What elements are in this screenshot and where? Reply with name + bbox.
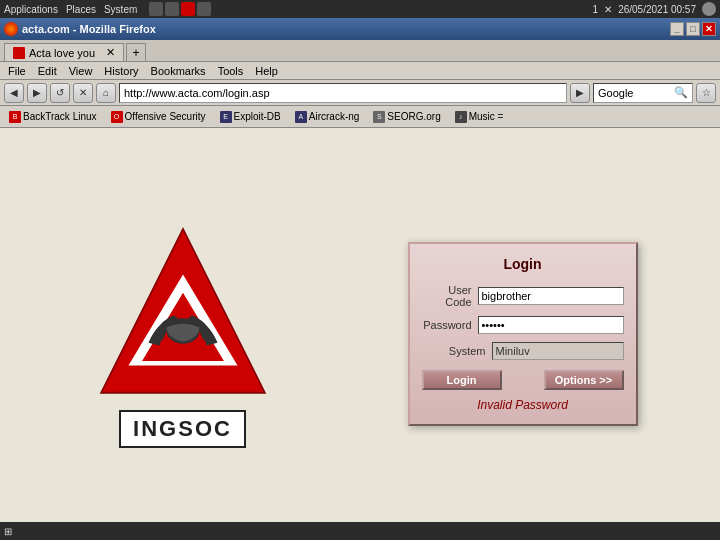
bookmark-icon-music: ♪: [455, 111, 467, 123]
close-icon: ✕: [604, 4, 612, 15]
bookmark-label-backtrack: BackTrack Linux: [23, 111, 97, 122]
bookmark-icon-offensive: O: [111, 111, 123, 123]
page-content: INGSOC Login User Code Password System M…: [0, 128, 720, 540]
maximize-button[interactable]: □: [686, 22, 700, 36]
back-button[interactable]: ◀: [4, 83, 24, 103]
resize-handle[interactable]: ⊞: [4, 526, 12, 537]
bookmark-label-aircrack: Aircrack-ng: [309, 111, 360, 122]
bookmark-label-music: Music =: [469, 111, 504, 122]
bookmark-seorg[interactable]: S SEORG.org: [368, 109, 445, 125]
bookmark-label-offensive: Offensive Security: [125, 111, 206, 122]
app-menu[interactable]: Applications: [4, 4, 58, 15]
password-input[interactable]: [478, 316, 624, 334]
menu-edit[interactable]: Edit: [32, 62, 63, 79]
search-bar[interactable]: Google 🔍: [593, 83, 693, 103]
browser-icon: [4, 22, 18, 36]
browser-tab[interactable]: Acta love you ✕: [4, 43, 124, 61]
minimize-button[interactable]: _: [670, 22, 684, 36]
home-button[interactable]: ⌂: [96, 83, 116, 103]
bookmark-aircrack[interactable]: A Aircrack-ng: [290, 109, 365, 125]
title-bar-left: acta.com - Mozilla Firefox: [4, 22, 156, 36]
bookmark-star[interactable]: ☆: [696, 83, 716, 103]
login-button[interactable]: Login: [422, 370, 502, 390]
datetime: 26/05/2021 00:57: [618, 4, 696, 15]
nav-bar: ◀ ▶ ↺ ✕ ⌂ http://www.acta.com/login.asp …: [0, 80, 720, 106]
menu-view[interactable]: View: [63, 62, 99, 79]
search-icon: 🔍: [674, 86, 688, 99]
taskbar-top-right: 1 ✕ 26/05/2021 00:57: [593, 2, 716, 16]
reload-button[interactable]: ↺: [50, 83, 70, 103]
error-message: Invalid Password: [422, 398, 624, 412]
system-label: System: [422, 345, 492, 357]
login-title: Login: [422, 256, 624, 272]
title-bar-buttons: _ □ ✕: [670, 22, 716, 36]
bookmark-label-exploit: Exploit-DB: [234, 111, 281, 122]
menu-bar: File Edit View History Bookmarks Tools H…: [0, 62, 720, 80]
login-box: Login User Code Password System Miniluv …: [408, 242, 638, 426]
taskbar-top-left: Applications Places System: [4, 2, 211, 16]
taskbar-bottom-left: ⊞: [4, 526, 12, 537]
bookmarks-bar: B BackTrack Linux O Offensive Security E…: [0, 106, 720, 128]
os-taskbar-top: Applications Places System 1 ✕ 26/05/202…: [0, 0, 720, 18]
password-label: Password: [422, 319, 478, 331]
system-row: System Miniluv: [422, 342, 624, 360]
forward-button[interactable]: ▶: [27, 83, 47, 103]
system-value: Miniluv: [492, 342, 624, 360]
bookmark-offensive[interactable]: O Offensive Security: [106, 109, 211, 125]
places-menu[interactable]: Places: [66, 4, 96, 15]
stop-button[interactable]: ✕: [73, 83, 93, 103]
login-buttons: Login Options >>: [422, 370, 624, 390]
new-tab-button[interactable]: +: [126, 43, 146, 61]
bookmark-icon-aircrack: A: [295, 111, 307, 123]
options-button[interactable]: Options >>: [544, 370, 624, 390]
user-code-row: User Code: [422, 284, 624, 308]
menu-bookmarks[interactable]: Bookmarks: [145, 62, 212, 79]
system-menu[interactable]: System: [104, 4, 137, 15]
ingsoc-logo: INGSOC: [83, 220, 283, 448]
bookmark-icon-exploit: E: [220, 111, 232, 123]
tab-title: Acta love you: [29, 47, 95, 59]
browser-title: acta.com - Mozilla Firefox: [22, 23, 156, 35]
menu-tools[interactable]: Tools: [212, 62, 250, 79]
search-engine-label: Google: [598, 87, 633, 99]
tab-close[interactable]: ✕: [106, 46, 115, 59]
bookmark-icon-seorg: S: [373, 111, 385, 123]
ingsoc-emblem: [83, 220, 283, 420]
ingsoc-label: INGSOC: [119, 410, 246, 448]
go-button[interactable]: ▶: [570, 83, 590, 103]
menu-file[interactable]: File: [2, 62, 32, 79]
bookmark-label-seorg: SEORG.org: [387, 111, 440, 122]
password-row: Password: [422, 316, 624, 334]
browser-window: acta.com - Mozilla Firefox _ □ ✕ Acta lo…: [0, 18, 720, 540]
user-code-input[interactable]: [478, 287, 624, 305]
bookmark-music[interactable]: ♪ Music =: [450, 109, 509, 125]
close-button[interactable]: ✕: [702, 22, 716, 36]
menu-history[interactable]: History: [98, 62, 144, 79]
workspace-indicator: 1: [593, 4, 599, 15]
tab-icon: [13, 47, 25, 59]
bookmark-backtrack[interactable]: B BackTrack Linux: [4, 109, 102, 125]
taskbar-bottom: ⊞: [0, 522, 720, 540]
bookmark-exploit[interactable]: E Exploit-DB: [215, 109, 286, 125]
taskbar-icons: [149, 2, 211, 16]
title-bar: acta.com - Mozilla Firefox _ □ ✕: [0, 18, 720, 40]
url-text: http://www.acta.com/login.asp: [124, 87, 270, 99]
address-bar[interactable]: http://www.acta.com/login.asp: [119, 83, 567, 103]
menu-help[interactable]: Help: [249, 62, 284, 79]
user-code-label: User Code: [422, 284, 478, 308]
bookmark-icon-backtrack: B: [9, 111, 21, 123]
user-icon: [702, 2, 716, 16]
